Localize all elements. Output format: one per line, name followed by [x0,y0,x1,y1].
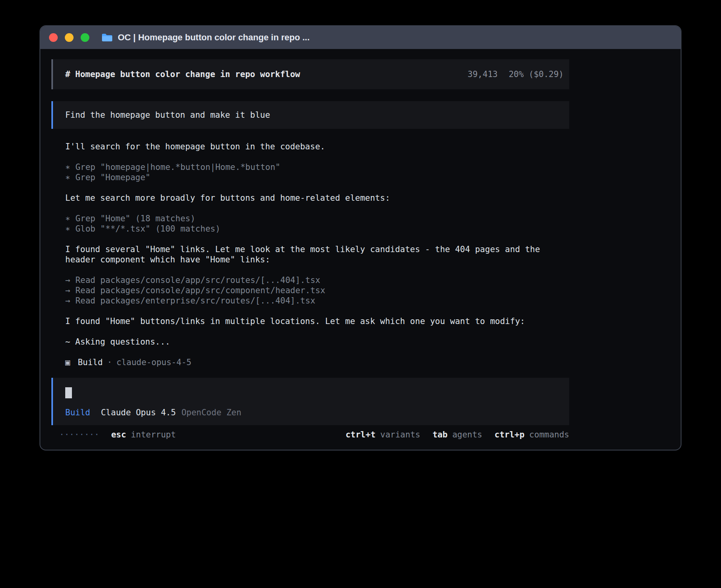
assistant-text: I'll search for the homepage button in t… [65,141,565,152]
arrow-right-icon: → [65,275,70,285]
agent-badge: ▣ Build · claude-opus-4-5 [65,357,565,368]
close-button[interactable] [49,33,58,42]
assistant-text: I found several "Home" links. Let me loo… [65,244,565,265]
tool-call-group: ∗Grep "Home" (18 matches) ∗Glob "**/*.ts… [65,213,565,234]
tool-call-text: Glob "**/*.tsx" (100 matches) [75,224,221,234]
read-tool-call: →Read packages/console/app/src/routes/[.… [65,275,565,285]
tool-call: ∗Grep "homepage|home.*button|Home.*butto… [65,162,565,172]
terminal-window: OC | Homepage button color change in rep… [40,25,681,450]
esc-key-hint: esc [111,430,126,439]
status-bar: ········ esc interrupt ctrl+tvariants ta… [51,430,569,439]
shortcut-variants: ctrl+tvariants [345,430,420,439]
agent-square-icon: ▣ [65,357,70,368]
traffic-lights [49,33,89,42]
tool-call: ∗Grep "Homepage" [65,172,565,183]
tool-call: ∗Grep "Home" (18 matches) [65,213,565,224]
user-message: Find the homepage button and make it blu… [51,101,569,129]
agent-model: claude-opus-4-5 [117,357,192,368]
assistant-text: I found "Home" buttons/links in multiple… [65,316,565,326]
tool-call-text: Read packages/console/app/src/component/… [75,286,325,295]
tool-call-text: Read packages/console/app/src/routes/[..… [75,275,321,285]
tool-call-text: Read packages/enterprise/src/routes/[...… [75,296,315,305]
read-tool-call: →Read packages/enterprise/src/routes/[..… [65,296,565,306]
tool-asterisk-icon: ∗ [65,214,70,223]
shortcut-label: variants [380,430,420,439]
shortcut-key: ctrl+t [345,430,376,439]
arrow-right-icon: → [65,286,70,295]
esc-key-label: interrupt [131,430,176,439]
active-agent-label[interactable]: Build [65,408,90,417]
status-text-asking: ~ Asking questions... [65,337,565,347]
text-cursor [65,387,72,398]
tool-asterisk-icon: ∗ [65,173,70,182]
window-titlebar[interactable]: OC | Homepage button color change in rep… [40,26,681,49]
shortcut-label: commands [529,430,569,439]
input-meta: BuildClaude Opus 4.5OpenCode Zen [65,408,561,417]
prompt-input[interactable]: BuildClaude Opus 4.5OpenCode Zen [51,378,569,425]
tool-call-group: ∗Grep "homepage|home.*button|Home.*butto… [65,162,565,183]
shortcut-commands: ctrl+pcommands [495,430,569,439]
zoom-button[interactable] [81,33,89,42]
active-model-label[interactable]: Claude Opus 4.5 [101,408,176,417]
tool-call-text: Grep "Home" (18 matches) [75,214,195,223]
session-title: # Homepage button color change in repo w… [65,70,300,79]
window-title: OC | Homepage button color change in rep… [118,32,310,43]
status-right: ctrl+tvariants tabagents ctrl+pcommands [333,430,569,439]
agent-name: Build [78,357,103,368]
token-count: 39,413 [468,70,498,79]
read-tool-call: →Read packages/console/app/src/component… [65,285,565,296]
separator-dot: · [107,357,112,368]
spinner-icon: ········ [59,430,99,439]
provider-label: OpenCode Zen [181,408,242,417]
terminal-content: # Homepage button color change in repo w… [40,49,681,439]
tool-call-text: Grep "homepage|home.*button|Home.*button… [75,162,280,172]
shortcut-key: tab [432,430,447,439]
user-message-text: Find the homepage button and make it blu… [65,110,270,120]
tool-asterisk-icon: ∗ [65,162,70,172]
conversation-log: I'll search for the homepage button in t… [65,141,565,368]
assistant-text: Let me search more broadly for buttons a… [65,193,565,203]
context-cost: 20% ($0.29) [509,70,564,79]
tool-call-group: →Read packages/console/app/src/routes/[.… [65,275,565,306]
tool-call-text: Grep "Homepage" [75,173,151,182]
folder-icon [101,33,113,42]
shortcut-agents: tabagents [432,430,482,439]
tool-call: ∗Glob "**/*.tsx" (100 matches) [65,224,565,234]
tool-asterisk-icon: ∗ [65,224,70,234]
arrow-right-icon: → [65,296,70,305]
shortcut-label: agents [452,430,482,439]
session-header: # Homepage button color change in repo w… [51,59,569,89]
titlebar-title-group: OC | Homepage button color change in rep… [101,32,310,43]
shortcut-key: ctrl+p [495,430,525,439]
minimize-button[interactable] [65,33,74,42]
status-left: ········ esc interrupt [51,430,176,439]
session-stats: 39,41320% ($0.29) [468,70,564,79]
